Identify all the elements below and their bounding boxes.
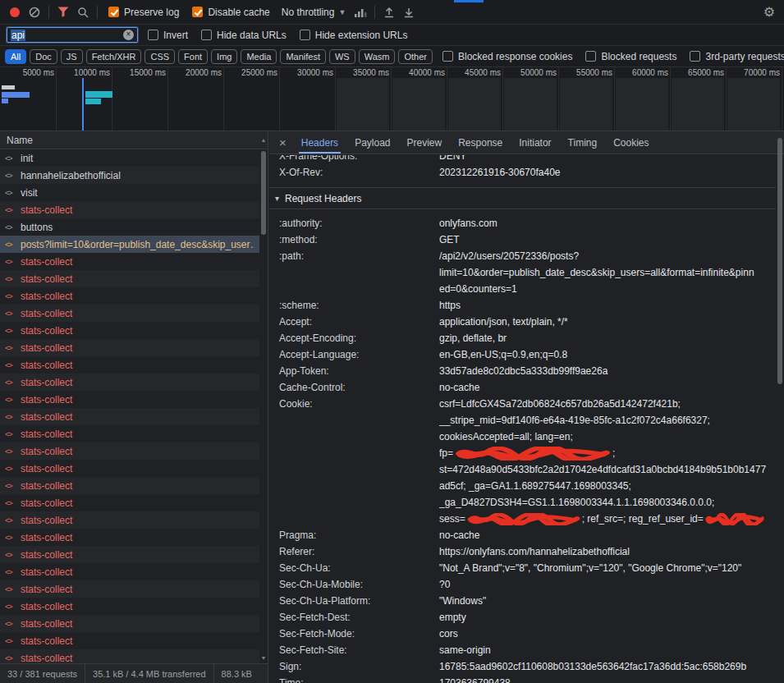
filter-toggle-button[interactable] [53,3,73,21]
timeline-tick-label: 65000 ms [667,68,724,78]
type-filter-doc[interactable]: Doc [30,49,57,64]
timeline-tick-label: 45000 ms [443,68,501,78]
request-row[interactable]: <>stats-collect [0,598,259,615]
request-row[interactable]: <>buttons [0,218,259,236]
scrollbar-thumb[interactable] [777,138,782,384]
tab-payload[interactable]: Payload [346,131,398,154]
network-conditions-button[interactable] [351,3,370,21]
network-summary-bar: 33 / 381 requests 35.1 kB / 4.4 MB trans… [0,663,268,683]
type-filter-img[interactable]: Img [211,49,237,64]
close-icon[interactable]: × [279,135,287,149]
request-row[interactable]: <>stats-collect [0,563,259,580]
record-button[interactable] [5,3,25,21]
clear-button[interactable] [25,3,44,21]
header-name: Sec-Fetch-Mode: [279,626,439,642]
hide-extension-urls-checkbox-box[interactable] [300,30,310,40]
request-row[interactable]: <>stats-collect [0,253,259,270]
request-row[interactable]: <>stats-collect [0,615,259,632]
preserve-log-checkbox-box[interactable] [108,7,119,17]
request-row[interactable]: <>stats-collect [0,201,259,218]
overview-timeline[interactable]: 5000 ms10000 ms15000 ms20000 ms25000 ms3… [0,67,784,131]
request-row[interactable]: <>hannahelizabethofficial [0,167,259,184]
request-row[interactable]: <>stats-collect [0,632,259,649]
invert-checkbox-box[interactable] [148,30,158,40]
hide-data-urls-checkbox[interactable]: Hide data URLs [201,30,287,41]
disable-cache-checkbox-box[interactable] [192,7,203,17]
request-row[interactable]: <>stats-collect [0,408,259,425]
hide-data-urls-checkbox-box[interactable] [201,30,212,40]
third-party-requests-checkbox-box[interactable] [690,51,700,62]
type-filter-manifest[interactable]: Manifest [280,49,326,64]
request-row[interactable]: <>stats-collect [0,511,259,529]
request-row[interactable]: <>stats-collect [0,546,259,563]
request-row[interactable]: <>stats-collect [0,649,259,663]
settings-button[interactable]: ⚙ [759,3,779,21]
disable-cache-checkbox[interactable]: Disable cache [192,7,269,18]
request-row[interactable]: <>stats-collect [0,322,259,339]
type-filter-font[interactable]: Font [178,49,208,64]
type-filter-css[interactable]: CSS [144,49,175,64]
request-row[interactable]: <>posts?limit=10&order=publish_date_desc… [0,236,259,253]
request-row[interactable]: <>stats-collect [0,442,259,460]
tab-preview[interactable]: Preview [399,131,451,154]
blocked-response-cookies-checkbox-box[interactable] [442,51,453,62]
tab-initiator[interactable]: Initiator [511,131,559,154]
request-row[interactable]: <>stats-collect [0,580,259,598]
clear-filter-icon[interactable]: × [123,30,134,40]
timeline-tick-label: 10000 ms [53,68,110,78]
scroll-up-arrow[interactable]: ▲ [259,136,268,144]
request-row[interactable]: <>stats-collect [0,339,259,356]
request-name-label: stats-collect [21,342,254,354]
request-row[interactable]: <>stats-collect [0,425,259,442]
header-value: DENY [439,155,776,164]
request-row[interactable]: <>stats-collect [0,460,259,477]
blocked-requests-checkbox[interactable]: Blocked requests [585,51,676,62]
tab-timing[interactable]: Timing [560,131,606,154]
request-row[interactable]: <>stats-collect [0,305,259,322]
request-row[interactable]: <>stats-collect [0,477,259,494]
request-headers-section[interactable]: ▾ Request Headers [269,187,776,209]
tab-cookies[interactable]: Cookies [605,131,657,154]
tab-headers[interactable]: Headers [293,131,346,154]
scroll-down-arrow[interactable]: ▼ [259,654,268,662]
script-file-icon: <> [5,344,16,352]
type-filter-media[interactable]: Media [241,49,277,64]
header-value-line: same-origin [439,642,776,658]
export-har-button[interactable] [399,3,419,21]
tab-response[interactable]: Response [450,131,511,154]
invert-checkbox[interactable]: Invert [148,30,188,41]
request-row[interactable]: <>stats-collect [0,391,259,408]
request-row[interactable]: <>visit [0,184,259,201]
request-row[interactable]: <>stats-collect [0,270,259,287]
import-har-button[interactable] [379,3,399,21]
blocked-requests-checkbox-box[interactable] [585,51,596,62]
blocked-response-cookies-checkbox[interactable]: Blocked response cookies [442,51,572,62]
blocked-requests-label: Blocked requests [601,51,676,62]
request-row[interactable]: <>stats-collect [0,529,259,546]
request-row[interactable]: <>stats-collect [0,374,259,391]
type-filter-other[interactable]: Other [398,49,433,64]
search-button[interactable] [73,3,93,21]
request-row[interactable]: <>stats-collect [0,356,259,374]
preserve-log-checkbox[interactable]: Preserve log [108,7,179,18]
request-name-label: stats-collect [21,411,254,423]
name-column-header[interactable]: Name [0,131,268,149]
request-list-scrollbar[interactable]: ▲ ▼ [259,136,268,662]
type-filter-all[interactable]: All [5,49,26,64]
scrollbar-thumb[interactable] [261,151,266,235]
script-file-icon: <> [5,637,16,645]
details-scrollbar[interactable] [776,133,784,681]
requests-count: 33 / 381 requests [0,664,85,683]
type-filter-fetch-xhr[interactable]: Fetch/XHR [86,49,142,64]
hide-extension-urls-checkbox[interactable]: Hide extension URLs [300,30,408,41]
type-filter-js[interactable]: JS [61,49,83,64]
request-row[interactable]: <>stats-collect [0,287,259,305]
filter-input[interactable]: api × [7,27,138,43]
third-party-requests-checkbox[interactable]: 3rd-party requests [690,51,784,62]
request-row[interactable]: <>stats-collect [0,494,259,511]
toolbar-divider [48,6,49,19]
type-filter-ws[interactable]: WS [329,49,355,64]
throttling-dropdown[interactable]: No throttling ▼ [282,7,346,18]
request-row[interactable]: <>init [0,149,259,167]
type-filter-wasm[interactable]: Wasm [359,49,396,64]
